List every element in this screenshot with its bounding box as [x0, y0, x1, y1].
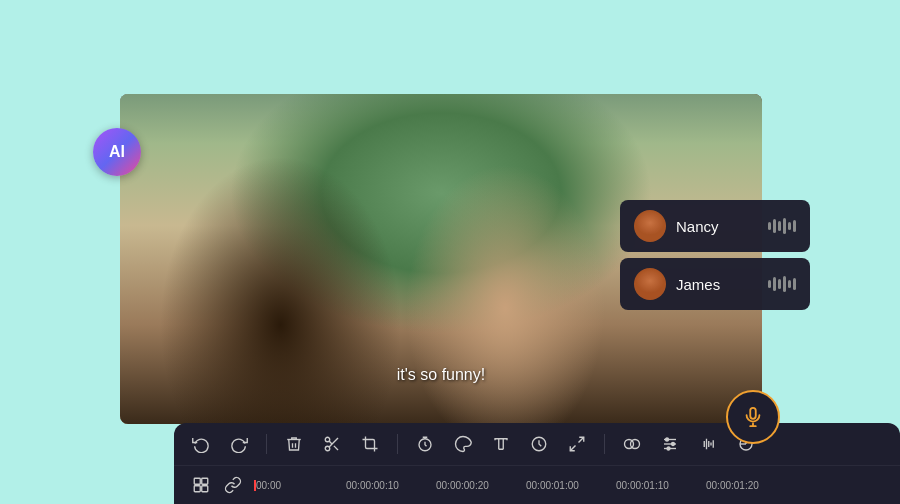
- svg-point-13: [631, 440, 640, 449]
- undo-button[interactable]: [190, 433, 212, 455]
- ts-4: 00:00:01:10: [614, 480, 704, 491]
- speaker-cards-panel: Nancy James: [620, 200, 810, 310]
- cut-button[interactable]: [321, 433, 343, 455]
- add-track-button[interactable]: [190, 474, 212, 496]
- toolbar-divider-3: [604, 434, 605, 454]
- timeline-playhead: [254, 480, 256, 491]
- svg-line-6: [334, 446, 338, 450]
- timer-button[interactable]: [414, 433, 436, 455]
- svg-point-17: [666, 438, 669, 441]
- toolbar-icon-row: [174, 423, 900, 466]
- toolbar-divider-1: [266, 434, 267, 454]
- speaker-name-nancy: Nancy: [676, 218, 758, 235]
- waveform-icon-james: [768, 276, 796, 292]
- svg-line-7: [329, 441, 332, 444]
- svg-point-3: [325, 437, 330, 442]
- text-button[interactable]: [490, 433, 512, 455]
- waveform-icon-nancy: [768, 218, 796, 234]
- crop-button[interactable]: [359, 433, 381, 455]
- svg-rect-30: [194, 478, 200, 484]
- clock-button[interactable]: [528, 433, 550, 455]
- svg-point-18: [672, 443, 675, 446]
- adjust-button[interactable]: [659, 433, 681, 455]
- svg-point-4: [325, 446, 330, 451]
- ts-5: 00:00:01:20: [704, 480, 794, 491]
- speaker-card-james[interactable]: James: [620, 258, 810, 310]
- ts-2: 00:00:00:20: [434, 480, 524, 491]
- toolbar: 00:00 00:00:00:10 00:00:00:20 00:00:01:0…: [174, 423, 900, 504]
- svg-rect-32: [194, 486, 200, 492]
- svg-rect-33: [202, 486, 208, 492]
- speaker-avatar-james: [634, 268, 666, 300]
- timeline-timestamps: 00:00 00:00:00:10 00:00:00:20 00:00:01:0…: [254, 480, 794, 491]
- speaker-card-nancy[interactable]: Nancy: [620, 200, 810, 252]
- voice-fab[interactable]: [726, 390, 780, 444]
- toolbar-timeline: 00:00 00:00:00:10 00:00:00:20 00:00:01:0…: [174, 466, 900, 504]
- svg-line-10: [579, 437, 584, 442]
- svg-rect-31: [202, 478, 208, 484]
- toolbar-divider-2: [397, 434, 398, 454]
- voice-icon: [742, 406, 764, 428]
- speaker-name-james: James: [676, 276, 758, 293]
- link-button[interactable]: [222, 474, 244, 496]
- ai-badge-label: AI: [109, 143, 125, 161]
- ts-0: 00:00: [254, 480, 344, 491]
- svg-line-11: [570, 446, 575, 451]
- delete-button[interactable]: [283, 433, 305, 455]
- ts-3: 00:00:01:00: [524, 480, 614, 491]
- svg-point-19: [667, 447, 670, 450]
- ts-1: 00:00:00:10: [344, 480, 434, 491]
- speaker-avatar-nancy: [634, 210, 666, 242]
- redo-button[interactable]: [228, 433, 250, 455]
- ai-badge[interactable]: AI: [93, 128, 141, 176]
- blend-button[interactable]: [621, 433, 643, 455]
- video-subtitle: it's so funny!: [397, 366, 485, 384]
- expand-button[interactable]: [566, 433, 588, 455]
- color-button[interactable]: [452, 433, 474, 455]
- svg-rect-0: [750, 408, 756, 419]
- waveform-button[interactable]: [697, 433, 719, 455]
- timeline-track[interactable]: 00:00 00:00:00:10 00:00:00:20 00:00:01:0…: [254, 480, 884, 491]
